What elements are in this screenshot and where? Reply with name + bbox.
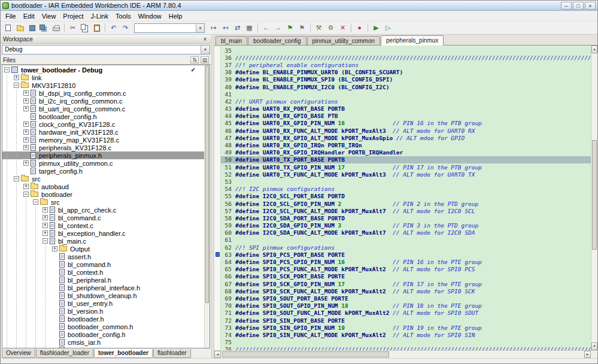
breakpoint-margin[interactable] bbox=[214, 200, 221, 207]
toggle-bookmark-icon[interactable]: ⚑ bbox=[296, 23, 308, 34]
collapse-icon[interactable]: − bbox=[14, 176, 19, 181]
find-combo-dropdown-icon[interactable]: ▼ bbox=[196, 24, 204, 32]
code-line-62[interactable]: 62//! SPI pinmux configurations bbox=[214, 244, 591, 251]
editor-tab-bootloader-config[interactable]: bootloader_config bbox=[248, 36, 306, 45]
breakpoint-margin[interactable] bbox=[214, 346, 221, 350]
menu-help[interactable]: Help bbox=[165, 11, 186, 21]
breakpoint-margin[interactable] bbox=[214, 295, 221, 302]
replace-icon[interactable]: ⇄ bbox=[232, 23, 243, 34]
breakpoint-margin[interactable] bbox=[214, 149, 221, 156]
tree-item-bl-main-c[interactable]: −bl_main.c bbox=[2, 237, 204, 245]
breakpoint-margin[interactable] bbox=[214, 310, 221, 317]
breakpoint-margin[interactable] bbox=[214, 339, 221, 346]
menu-j-link[interactable]: J-Link bbox=[87, 11, 112, 21]
code-line-63[interactable]: 63#define SPI0_PCS_PORT_BASE PORTE bbox=[214, 251, 591, 258]
tree-item-bootloader-common-h[interactable]: bootloader_common.h bbox=[2, 323, 204, 330]
save-icon[interactable] bbox=[26, 23, 38, 34]
editor-tab-pinmux-utility-common[interactable]: pinmux_utility_common bbox=[307, 36, 381, 45]
expand-icon[interactable]: + bbox=[23, 106, 29, 111]
editor-tab-bl-main[interactable]: bl_main bbox=[215, 36, 247, 45]
config-dropdown-icon[interactable]: ▼ bbox=[201, 46, 210, 54]
code-line-59[interactable]: 59#define I2C0_SDA_GPIO_PIN_NUM 3 // PIN… bbox=[214, 222, 591, 229]
code-line-56[interactable]: 56#define I2C0_SCL_GPIO_PIN_NUM 2 // PIN… bbox=[214, 200, 591, 207]
breakpoint-margin[interactable] bbox=[214, 266, 221, 273]
code-line-57[interactable]: 57#define I2C0_SCL_FUNC_ALT_MODE kPORT_M… bbox=[214, 207, 591, 214]
tree-item-output[interactable]: +Output bbox=[2, 245, 204, 253]
expand-icon[interactable]: + bbox=[23, 98, 29, 104]
code-line-48[interactable]: 48#define UART0_RX_GPIO_IRQn PORTB_IRQn bbox=[214, 141, 591, 148]
code-line-50[interactable]: 50#define UART0_TX_PORT_BASE PORTB bbox=[214, 156, 591, 163]
breakpoint-margin[interactable] bbox=[214, 229, 221, 236]
breakpoint-margin[interactable] bbox=[214, 186, 221, 193]
redo-icon[interactable]: ↷ bbox=[120, 23, 131, 34]
code-line-60[interactable]: 60#define I2C0_SDA_FUNC_ALT_MODE kPORT_M… bbox=[214, 229, 591, 236]
tree-item-bl-shutdown-cleanup-h[interactable]: bl_shutdown_cleanup.h bbox=[2, 292, 204, 299]
code-line-55[interactable]: 55#define I2C0_SCL_PORT_BASE PORTD bbox=[214, 193, 591, 200]
tree-item-link[interactable]: +link bbox=[2, 74, 204, 81]
scroll-left-icon[interactable]: ◄ bbox=[214, 351, 221, 358]
code-line-65[interactable]: 65#define SPI0_PCS_FUNC_ALT_MODE kPORT_M… bbox=[214, 266, 591, 273]
breakpoint-margin[interactable] bbox=[214, 76, 221, 83]
tree-item-assert-h[interactable]: assert.h bbox=[2, 253, 204, 260]
expand-icon[interactable]: + bbox=[23, 145, 29, 150]
code-line-70[interactable]: 70#define SPI0_SOUT_GPIO_PIN_NUM 18 // P… bbox=[214, 302, 591, 310]
expand-icon[interactable]: + bbox=[43, 207, 48, 213]
code-line-46[interactable]: 46#define UART0_RX_FUNC_ALT_MODE kPORT_M… bbox=[214, 127, 591, 134]
tree-item-src[interactable]: −src bbox=[2, 198, 204, 206]
code-line-76[interactable]: 76//////////////////////////////////////… bbox=[214, 346, 591, 350]
code-line-52[interactable]: 52#define UART0_TX_FUNC_ALT_MODE kPORT_M… bbox=[214, 171, 591, 178]
goto-bookmark-icon[interactable]: ⚑ bbox=[284, 23, 296, 34]
expand-icon[interactable]: + bbox=[23, 184, 29, 189]
code-line-61[interactable]: 61 bbox=[214, 236, 591, 244]
tree-item-bl-app-crc-check-c[interactable]: +bl_app_crc_check.c bbox=[2, 206, 204, 214]
expand-icon[interactable]: + bbox=[52, 246, 57, 251]
save-all-icon[interactable] bbox=[38, 23, 50, 34]
breakpoint-margin[interactable] bbox=[214, 120, 221, 127]
menu-view[interactable]: View bbox=[38, 11, 60, 21]
tree-item-bl-exception-handler-c[interactable]: +bl_exception_handler.c bbox=[2, 229, 204, 237]
code-line-69[interactable]: 69#define SPI0_SOUT_PORT_BASE PORTE bbox=[214, 295, 591, 302]
breakpoint-margin[interactable] bbox=[214, 83, 221, 90]
code-area[interactable]: 3536////////////////////////////////////… bbox=[214, 46, 591, 350]
print-icon[interactable] bbox=[50, 23, 62, 34]
code-line-44[interactable]: 44#define UART0_RX_GPIO_BASE PTB bbox=[214, 113, 591, 120]
paste-icon[interactable] bbox=[91, 23, 102, 34]
code-line-47[interactable]: 47#define UART0_RX_GPIO_ALT_MODE kPORT_M… bbox=[214, 134, 591, 141]
menu-window[interactable]: Window bbox=[135, 11, 165, 21]
collapse-icon[interactable]: − bbox=[4, 67, 10, 72]
breakpoint-margin[interactable] bbox=[214, 134, 221, 141]
breakpoint-margin[interactable] bbox=[214, 163, 221, 171]
tree-item-bl-version-h[interactable]: bl_version.h bbox=[2, 307, 204, 315]
editor-vertical-scrollbar[interactable]: ▲ ▼ bbox=[591, 46, 597, 350]
code-line-58[interactable]: 58#define I2C0_SDA_PORT_BASE PORTD bbox=[214, 214, 591, 222]
tree-item-bl-uart-irq-config-common-c[interactable]: +bl_uart_irq_config_common.c bbox=[2, 105, 204, 113]
code-line-72[interactable]: 72#define SPI0_SIN_PORT_BASE PORTE bbox=[214, 317, 591, 324]
tree-item-src[interactable]: −src bbox=[2, 175, 204, 183]
horizontal-scroll-track[interactable] bbox=[221, 351, 584, 358]
breakpoint-margin[interactable] bbox=[214, 171, 221, 178]
compile-icon[interactable]: ⚙ bbox=[325, 23, 336, 34]
find-previous-icon[interactable]: ↤ bbox=[220, 23, 231, 34]
code-line-39[interactable]: 39#define BL_ENABLE_PINMUX_SPI0 (BL_CONF… bbox=[214, 76, 591, 83]
code-line-42[interactable]: 42//! UART pinmux configurations bbox=[214, 98, 591, 105]
tree-item-peripherals-pinmux-h[interactable]: peripherals_pinmux.h bbox=[2, 151, 204, 159]
maximize-button[interactable]: □ bbox=[573, 2, 584, 10]
code-line-54[interactable]: 54//! I2C pinmux configurations bbox=[214, 186, 591, 193]
collapse-icon[interactable]: − bbox=[33, 199, 38, 205]
find-combo[interactable]: ▼ bbox=[134, 23, 205, 33]
breakpoint-margin[interactable] bbox=[214, 251, 221, 258]
code-line-41[interactable]: 41 bbox=[214, 90, 591, 98]
code-line-45[interactable]: 45#define UART0_RX_GPIO_PIN_NUM 16 // PI… bbox=[214, 120, 591, 127]
tree-item-hardware-init-kv31f128-c[interactable]: +hardware_init_KV31F128.c bbox=[2, 128, 204, 136]
code-line-49[interactable]: 49#define UART0_RX_GPIO_IRQHandler PORTB… bbox=[214, 149, 591, 156]
tree-item-bl-peripheral-interface-h[interactable]: bl_peripheral_interface.h bbox=[2, 284, 204, 292]
menu-tools[interactable]: Tools bbox=[112, 11, 135, 21]
workspace-close-icon[interactable]: × bbox=[201, 35, 209, 43]
tree-item-bootloader-config-h[interactable]: bootloader_config.h bbox=[2, 330, 204, 338]
expand-icon[interactable]: + bbox=[43, 215, 48, 220]
navigate-forward-icon[interactable]: → bbox=[272, 23, 284, 34]
toggle-breakpoint-icon[interactable]: ● bbox=[354, 23, 365, 34]
minimize-button[interactable]: – bbox=[561, 2, 572, 10]
tree-item-bl-dspi-irq-config-common-c[interactable]: +bl_dspi_irq_config_common.c bbox=[2, 89, 204, 97]
breakpoint-margin[interactable] bbox=[214, 105, 221, 113]
